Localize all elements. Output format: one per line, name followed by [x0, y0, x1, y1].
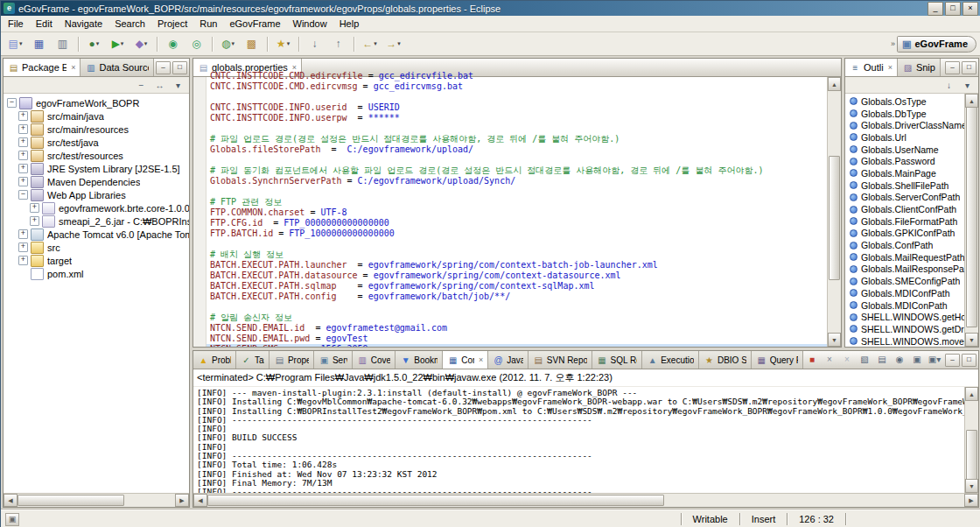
tree-item-web-app-libraries[interactable]: −Web App Libraries [4, 188, 189, 201]
editor-line[interactable]: BATCH.EXECUT.PATH.launcher = egovframewo… [210, 260, 827, 271]
remove-all-launches-icon[interactable]: × [838, 352, 856, 368]
minimize-view-button[interactable]: – [156, 61, 171, 74]
scroll-down-icon[interactable]: ▼ [828, 333, 841, 347]
maximize-view-button[interactable]: □ [962, 61, 976, 74]
console-horizontal-scrollbar[interactable]: ◀ ▶ [193, 493, 978, 507]
view-menu-icon[interactable]: ▾ [170, 78, 186, 93]
menu-help[interactable]: Help [333, 17, 366, 32]
editor-line[interactable]: BATCH.EXECUT.PATH.config = egovframework… [210, 292, 827, 302]
tree-item-target[interactable]: +target [4, 254, 189, 267]
forward-button[interactable]: →▾ [382, 34, 405, 54]
tree-item-src[interactable]: +src [4, 241, 189, 254]
egov-tool-button-2[interactable]: ◎ [185, 34, 208, 54]
editor-line[interactable]: # FTP 관련 정보 [210, 197, 827, 207]
editor-line[interactable]: CNTC.INSTTCODE.CMD.edircvmsg = gcc_edirc… [210, 81, 827, 92]
tree-item-src-main-java[interactable]: +src/main/java [4, 109, 189, 123]
editor-line[interactable]: BATCH.EXECUT.PATH.datasource = egovframe… [210, 271, 827, 281]
new-package-button[interactable]: ▩ [240, 34, 263, 54]
outline-item-globals-mdiconfpath[interactable]: Globals.MDIConfPath [845, 287, 964, 299]
explorer-tab-data-source-e[interactable]: ▥Data Source E [80, 59, 154, 76]
tree-item-src-main-resources[interactable]: +src/main/resources [4, 123, 189, 136]
expand-icon[interactable]: + [18, 124, 28, 134]
editor-vertical-scrollbar[interactable]: ▲ ▼ [827, 77, 841, 347]
menu-window[interactable]: Window [287, 17, 333, 32]
editor-content[interactable]: CNTC.INSTTCODE.CMD.edircvfile = gcc_edir… [206, 71, 827, 347]
editor-line[interactable]: NTCN.SEND.EMAIL.id = egovframetest@gmail… [210, 323, 827, 334]
expand-icon[interactable]: + [18, 151, 28, 160]
expand-icon[interactable]: + [18, 242, 28, 252]
new-class-button[interactable]: ◍▾ [216, 34, 240, 54]
expand-icon[interactable]: + [18, 137, 28, 147]
editor-line[interactable] [210, 302, 827, 313]
outline-item-globals-shellfilepath[interactable]: Globals.ShellFilePath [845, 179, 964, 192]
editor-line[interactable]: Globals.SynchrnServerPath = C:/egovframe… [210, 176, 827, 186]
explorer-tab-package-expl[interactable]: ▤Package Expl× [4, 59, 80, 76]
menu-file[interactable]: File [2, 17, 30, 32]
menu-search[interactable]: Search [108, 17, 151, 32]
editor-line[interactable]: FTP.CFG.id = FTP_0000000000000000 [210, 218, 827, 228]
menu-run[interactable]: Run [193, 17, 223, 32]
scroll-down-icon[interactable]: ▼ [965, 479, 978, 493]
scroll-lock-icon[interactable]: ▤ [873, 352, 891, 368]
tree-item-egovframework-brte-core-1-0-0-jar-c[interactable]: +egovframework.brte.core-1.0.0.jar - C:₩ [4, 201, 189, 214]
expand-icon[interactable]: + [18, 229, 28, 239]
collapse-icon[interactable]: − [18, 190, 28, 200]
expand-icon[interactable]: + [18, 164, 28, 173]
link-with-editor-icon[interactable]: ↔ [151, 78, 168, 93]
bottom-tab-sql-results[interactable]: ▦SQL Results [592, 351, 643, 369]
explorer-horizontal-scrollbar[interactable]: ◀ ▶ [4, 493, 189, 507]
outline-item-globals-driverclassname[interactable]: Globals.DriverClassName [845, 119, 964, 131]
outline-item-globals-gpkiconfpath[interactable]: Globals.GPKIConfPath [845, 228, 964, 240]
bottom-tab-query-result[interactable]: ▦Query Result [752, 351, 803, 369]
editor-line[interactable]: CNTC.INSTTCODE.INFO.userpw = ****** [210, 113, 827, 123]
save-button[interactable]: ▦ [27, 34, 51, 54]
external-tools-button[interactable]: ◆▾ [130, 34, 153, 54]
outline-item-globals-confpath[interactable]: Globals.ConfPath [845, 239, 964, 251]
bottom-tab-bookmarks[interactable]: ▼Bookmarks [396, 351, 443, 369]
editor-line[interactable]: FTP.COMMON.charset = UTF-8 [210, 207, 827, 218]
editor-line[interactable]: # 배치 실행 정보 [210, 249, 827, 260]
editor-line[interactable] [210, 239, 827, 249]
menu-edit[interactable]: Edit [30, 17, 59, 32]
editor-line[interactable]: # 파일 업로드 경로(경로 설정은 반드시 절대경로를 사용해야함, 경로 뒤… [210, 134, 827, 144]
pin-console-icon[interactable]: ◉ [891, 352, 908, 368]
outline-item-globals-mdiconpath[interactable]: Globals.MDIConPath [845, 299, 964, 312]
collapse-icon[interactable]: − [7, 98, 17, 108]
outline-item-globals-clientconfpath[interactable]: Globals.ClientConfPath [845, 203, 964, 215]
tree-item-src-test-resources[interactable]: +src/test/resources [4, 149, 189, 162]
outline-item-globals-fileformatpath[interactable]: Globals.FileFormatPath [845, 215, 964, 228]
bottom-tab-svn-repositories[interactable]: ▤SVN Repositories [528, 351, 592, 369]
editor-line[interactable]: Globals.fileStorePath = C:/egovframework… [210, 144, 827, 155]
perspective-egovframe-button[interactable]: ▣ eGovFrame [897, 36, 976, 53]
outline-item-globals-mailrequestpath[interactable]: Globals.MailRequestPath [845, 251, 964, 264]
next-annotation-button[interactable]: ↓ [303, 34, 326, 54]
bottom-tab-coverage[interactable]: ▥Coverage [353, 351, 396, 369]
editor-line[interactable]: CNTC.INSTTCODE.INFO.userid = USERID [210, 102, 827, 113]
editor-line[interactable] [210, 155, 827, 165]
bottom-tab-tasks[interactable]: ✓Tasks [236, 351, 270, 369]
editor-line[interactable] [210, 92, 827, 102]
scroll-up-icon[interactable]: ▲ [828, 77, 841, 91]
clear-console-icon[interactable]: ▧ [856, 352, 873, 368]
console-output[interactable]: [INFO] --- maven-install-plugin:2.3.1:in… [193, 387, 964, 493]
display-selected-console-icon[interactable]: ▣ [908, 352, 926, 368]
outline-item-globals-serverconfpath[interactable]: Globals.ServerConfPath [845, 192, 964, 204]
close-icon[interactable]: × [888, 63, 892, 72]
debug-button[interactable]: ●▾ [82, 34, 106, 54]
outline-item-globals-dbtype[interactable]: Globals.DbType [845, 108, 964, 120]
tree-item-apache-tomcat-v6-0-apache-tomcat-v6-0[interactable]: +Apache Tomcat v6.0 [Apache Tomcat v6.0 [4, 228, 189, 241]
maximize-button[interactable]: □ [945, 2, 961, 16]
outline-item-globals-mainpage[interactable]: Globals.MainPage [845, 167, 964, 179]
scroll-up-icon[interactable]: ▲ [965, 94, 978, 108]
bottom-tab-javadoc[interactable]: @Javadoc [488, 351, 528, 369]
new-wizard-button[interactable]: ▤▾ [4, 34, 27, 54]
maximize-view-button[interactable]: □ [962, 354, 976, 367]
bottom-tab-console[interactable]: ▦Console× [443, 351, 488, 369]
expand-icon[interactable]: + [18, 111, 28, 121]
expand-icon[interactable]: + [30, 203, 39, 213]
collapse-all-icon[interactable]: − [133, 78, 150, 93]
menu-navigate[interactable]: Navigate [59, 17, 108, 32]
back-button[interactable]: ←▾ [358, 34, 382, 54]
expand-icon[interactable]: + [30, 216, 39, 226]
bottom-tab-dbio-search[interactable]: ★DBIO Search [699, 351, 752, 369]
